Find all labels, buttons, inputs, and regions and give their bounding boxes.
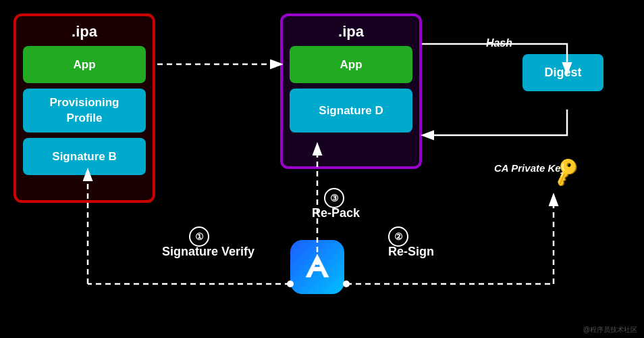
step3-label: Re-Pack: [312, 206, 360, 220]
watermark: @程序员技术社区: [583, 325, 637, 335]
app-block-right: App: [290, 46, 412, 83]
step1-label: Signature Verify: [162, 245, 254, 259]
step2-circle: ②: [388, 226, 408, 247]
step1-circle: ①: [189, 226, 209, 247]
left-ipa-label: .ipa: [72, 23, 97, 41]
step2-label: Re-Sign: [388, 245, 434, 259]
right-ipa-box: .ipa App Signature D: [280, 14, 422, 169]
diagram: .ipa App ProvisioningProfile Signature B…: [0, 0, 644, 338]
app-block-left: App: [23, 46, 146, 83]
signature-b-block: Signature B: [23, 138, 146, 175]
step3-circle: ③: [324, 188, 344, 208]
hash-label: Hash: [486, 37, 512, 49]
left-ipa-box: .ipa App ProvisioningProfile Signature B: [14, 14, 155, 203]
appstore-icon: [290, 240, 344, 294]
provisioning-profile-block: ProvisioningProfile: [23, 89, 146, 132]
key-icon: 🔑: [549, 155, 584, 188]
signature-d-block: Signature D: [290, 89, 412, 132]
right-ipa-label: .ipa: [338, 23, 364, 41]
digest-box: Digest: [522, 54, 603, 91]
